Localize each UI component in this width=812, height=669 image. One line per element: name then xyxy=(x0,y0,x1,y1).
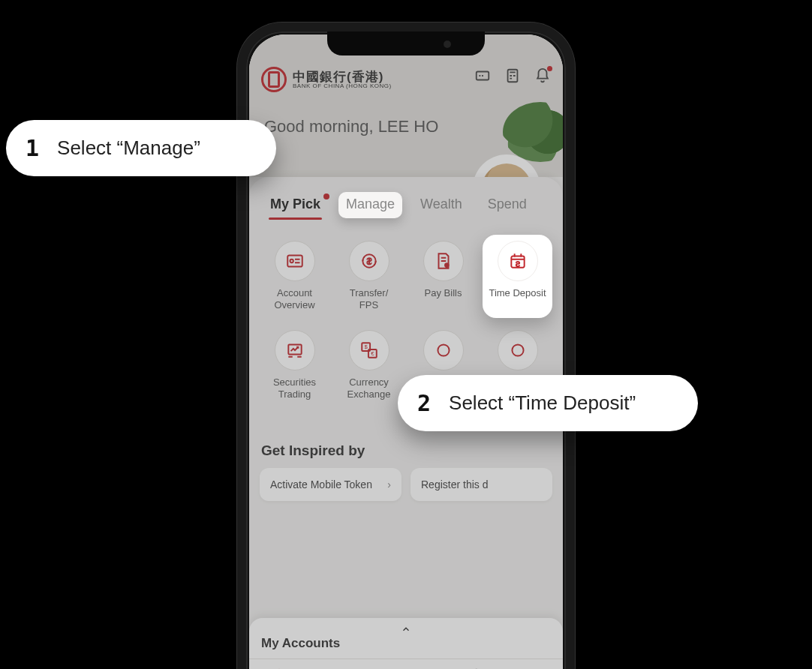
svg-point-14 xyxy=(512,344,523,356)
tile-label: Securities Trading xyxy=(261,376,328,401)
tab-my-pick[interactable]: My Pick xyxy=(263,192,328,218)
header: 中國銀行(香港) BANK OF CHINA (HONG KONG) Good … xyxy=(249,34,563,177)
pay-bills-icon: $ xyxy=(423,241,464,281)
tab-manage[interactable]: Manage xyxy=(338,192,402,218)
get-inspired-title: Get Inspired by xyxy=(261,442,551,459)
sheet-title: My Accounts xyxy=(261,636,551,651)
inspired-card-row: Activate Mobile Token › Register this d xyxy=(260,468,552,501)
tile-label: Time Deposit xyxy=(489,287,546,311)
my-accounts-sheet[interactable]: My Accounts xyxy=(249,618,563,658)
tile-label: Pay Bills xyxy=(425,287,462,311)
tile-label: Transfer/ FPS xyxy=(350,287,389,312)
generic-icon xyxy=(423,330,464,370)
svg-point-13 xyxy=(438,344,449,356)
tile-account-overview[interactable]: Account Overview xyxy=(260,235,329,318)
svg-text:$: $ xyxy=(364,343,368,350)
phone-frame: 中國銀行(香港) BANK OF CHINA (HONG KONG) Good … xyxy=(237,22,575,669)
card-label: Register this d xyxy=(421,478,488,490)
currency-exchange-icon: $€ xyxy=(349,330,389,370)
callout-number: 2 xyxy=(417,390,431,416)
tab-label: My Pick xyxy=(270,196,320,212)
tile-pay-bills[interactable]: $ Pay Bills xyxy=(408,235,478,318)
svg-text:€: € xyxy=(371,350,374,356)
trading-icon xyxy=(275,330,315,370)
tile-securities-trading[interactable]: Securities Trading xyxy=(260,324,329,407)
screen: 中國銀行(香港) BANK OF CHINA (HONG KONG) Good … xyxy=(249,34,563,669)
callout-text: Select “Time Deposit” xyxy=(449,392,636,415)
callout-number: 1 xyxy=(26,135,39,161)
tab-spend[interactable]: Spend xyxy=(480,192,534,218)
tile-label: Currency Exchange xyxy=(335,376,402,401)
chevron-right-icon: › xyxy=(387,478,391,490)
header-actions xyxy=(474,68,551,84)
boc-logo-icon xyxy=(261,67,287,92)
card-label: Activate Mobile Token xyxy=(270,478,372,490)
tab-dot xyxy=(323,194,329,200)
decor-plant xyxy=(503,102,563,162)
callout-1: 1 Select “Manage” xyxy=(6,120,276,176)
callout-2: 2 Select “Time Deposit” xyxy=(398,375,698,431)
card-register-device[interactable]: Register this d xyxy=(411,468,552,501)
account-overview-icon xyxy=(275,241,315,281)
card-activate-mobile-token[interactable]: Activate Mobile Token › xyxy=(260,468,401,501)
generic-icon xyxy=(498,330,538,370)
brand-text: 中國銀行(香港) BANK OF CHINA (HONG KONG) xyxy=(293,70,392,89)
brand-cn: 中國銀行(香港) xyxy=(293,70,392,83)
tile-transfer-fps[interactable]: Transfer/ FPS xyxy=(334,235,404,318)
live-icon[interactable] xyxy=(474,68,491,84)
section-tabs: My Pick Manage Wealth Spend xyxy=(260,188,552,220)
bell-icon[interactable] xyxy=(534,68,551,84)
greeting-text: Good morning, LEE HO xyxy=(264,117,438,136)
tab-wealth[interactable]: Wealth xyxy=(413,192,470,218)
time-deposit-icon xyxy=(498,241,538,281)
callout-text: Select “Manage” xyxy=(57,136,200,160)
tab-label: Wealth xyxy=(420,196,462,212)
tab-label: Manage xyxy=(346,196,395,212)
brand-en: BANK OF CHINA (HONG KONG) xyxy=(293,83,392,89)
transfer-icon xyxy=(349,241,389,281)
tile-time-deposit[interactable]: Time Deposit xyxy=(483,235,552,318)
svg-text:$: $ xyxy=(445,263,447,268)
notch xyxy=(327,32,485,56)
bottom-nav: Home LiveReward Invest Chat Menu xyxy=(249,658,563,669)
notification-dot xyxy=(547,66,552,71)
svg-point-3 xyxy=(290,260,293,262)
calculator-icon[interactable] xyxy=(504,68,521,84)
svg-rect-1 xyxy=(508,70,518,82)
tab-label: Spend xyxy=(488,196,527,212)
tile-currency-exchange[interactable]: $€ Currency Exchange xyxy=(334,324,404,407)
chevron-up-icon[interactable] xyxy=(261,624,551,634)
tile-label: Account Overview xyxy=(261,287,328,312)
